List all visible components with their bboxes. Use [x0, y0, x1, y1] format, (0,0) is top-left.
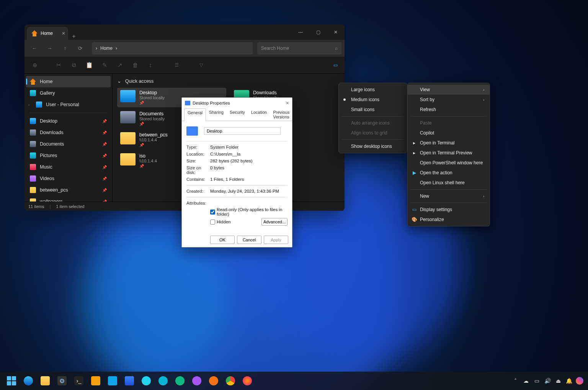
tray-copilot-icon[interactable] [575, 375, 584, 387]
taskbar-terminal[interactable]: ›_ [71, 373, 87, 388]
menu-medium-icons[interactable]: Medium icons [339, 95, 407, 105]
menu-auto-arrange[interactable]: Auto arrange icons [339, 118, 407, 128]
contains-value: 1 Files, 1 Folders [210, 177, 287, 182]
sidebar-item-downloads[interactable]: Downloads📌 [26, 127, 111, 138]
sidebar-item-pictures[interactable]: Pictures📌 [26, 150, 111, 161]
search-input[interactable]: Search Home ⌕ [257, 42, 341, 54]
close-tab-icon[interactable]: × [62, 30, 65, 36]
menu-large-icons[interactable]: Large icons [339, 85, 407, 95]
pin-icon: 📌 [102, 165, 107, 169]
chevron-right-icon: › [116, 46, 117, 51]
up-button[interactable]: ↑ [58, 42, 72, 54]
tray-notification-icon[interactable]: 🔔 [564, 375, 573, 387]
refresh-button[interactable]: ⟳ [74, 42, 87, 54]
hidden-checkbox[interactable] [210, 220, 215, 224]
filter-button[interactable]: ▽ [196, 58, 207, 72]
sort-button[interactable]: ↕ [143, 58, 158, 72]
paste-button[interactable]: 📋 [82, 58, 96, 72]
section-quick-access[interactable]: ⌄ Quick access [117, 77, 340, 88]
cut-button[interactable]: ✂ [51, 58, 66, 72]
folder-icon [120, 153, 136, 166]
explorer-tab[interactable]: Home × [27, 27, 68, 40]
rename-button[interactable]: ✎ [97, 58, 112, 72]
apply-button[interactable]: Apply [264, 236, 288, 244]
tray-volume-icon[interactable]: 🔊 [543, 375, 552, 387]
sidebar-item-wallpapers[interactable]: wallpapers📌 [26, 196, 111, 202]
taskbar-edge[interactable] [21, 373, 36, 388]
sidebar-item-user[interactable]: › User - Personal [26, 99, 111, 110]
menu-copilot[interactable]: Copilot [408, 128, 490, 138]
close-icon[interactable]: × [286, 100, 289, 106]
minimize-button[interactable]: — [292, 25, 309, 40]
menu-view[interactable]: View› [408, 85, 490, 95]
menu-refresh[interactable]: Refresh [408, 105, 490, 115]
tab-previous-versions[interactable]: Previous Versions [270, 108, 292, 121]
sidebar-item-music[interactable]: Music📌 [26, 161, 111, 173]
copy-button[interactable]: ⧉ [67, 58, 81, 72]
menu-paste[interactable]: Paste [408, 118, 490, 128]
tray-usb-icon[interactable]: ⏏ [554, 375, 563, 387]
menu-open-terminal[interactable]: ▸Open in Terminal [408, 138, 490, 148]
taskbar-app[interactable] [139, 373, 154, 388]
sidebar-item-videos[interactable]: Videos📌 [26, 173, 111, 184]
taskbar-app[interactable] [155, 373, 171, 388]
start-button[interactable] [4, 373, 19, 388]
new-tab-button[interactable]: + [68, 33, 80, 40]
tab-security[interactable]: Security [227, 108, 248, 121]
menu-open-action[interactable]: ▶Open the action [408, 168, 490, 178]
new-item-button[interactable]: ⊕ [28, 58, 42, 72]
details-button[interactable]: ▭ [330, 58, 341, 72]
taskbar-app[interactable] [105, 373, 120, 388]
menu-new[interactable]: New› [408, 191, 490, 201]
taskbar-explorer[interactable] [38, 373, 53, 388]
sidebar-item-gallery[interactable]: Gallery [26, 87, 111, 99]
status-items: 11 items [28, 204, 44, 209]
tray-chevron-up-icon[interactable]: ˄ [511, 375, 520, 387]
tab-general[interactable]: General [184, 108, 206, 121]
taskbar-chrome[interactable] [223, 373, 238, 388]
menu-open-linux-shell[interactable]: Open Linux shell here [408, 178, 490, 188]
menu-align-to-grid[interactable]: Align icons to grid [339, 128, 407, 138]
sidebar-item-between_pcs[interactable]: between_pcs📌 [26, 184, 111, 196]
address-bar[interactable]: › Home › [92, 42, 253, 54]
item-name: Documents [139, 111, 165, 116]
folder-name-input[interactable] [204, 127, 281, 135]
created-label: Created: [186, 189, 210, 193]
menu-sort-by[interactable]: Sort by› [408, 95, 490, 105]
taskbar-store[interactable] [122, 373, 137, 388]
taskbar-app[interactable] [88, 373, 103, 388]
sidebar-item-home[interactable]: Home [26, 76, 111, 87]
tray-display-icon[interactable]: ▭ [532, 375, 541, 387]
menu-open-powershell[interactable]: Open PowerShell window here [408, 158, 490, 168]
taskbar-app[interactable] [172, 373, 188, 388]
pin-icon: 📌 [139, 122, 165, 126]
pin-icon: 📌 [102, 188, 107, 192]
cancel-button[interactable]: Cancel [237, 236, 261, 244]
taskbar-settings[interactable]: ⚙ [54, 373, 70, 388]
sidebar-item-desktop[interactable]: Desktop📌 [26, 115, 111, 127]
sidebar-item-label: Music [40, 164, 52, 170]
ok-button[interactable]: OK [210, 236, 235, 244]
maximize-button[interactable]: ▢ [309, 25, 327, 40]
tab-sharing[interactable]: Sharing [206, 108, 227, 121]
delete-button[interactable]: 🗑 [128, 58, 142, 72]
menu-personalize[interactable]: 🎨Personalize [408, 215, 490, 224]
taskbar-firefox[interactable] [240, 373, 255, 388]
tab-location[interactable]: Location [248, 108, 270, 121]
tray-onedrive-icon[interactable]: ☁ [521, 375, 531, 387]
view-button[interactable]: ☰ [171, 58, 183, 72]
taskbar-app[interactable] [206, 373, 221, 388]
forward-button[interactable]: → [43, 42, 57, 54]
readonly-checkbox[interactable] [210, 210, 215, 215]
menu-display-settings[interactable]: ▭Display settings [408, 205, 490, 215]
menu-show-desktop-icons[interactable]: Show desktop icons [339, 141, 407, 151]
menu-small-icons[interactable]: Small icons [339, 105, 407, 115]
menu-open-terminal-preview[interactable]: ▸Open in Terminal Preview [408, 148, 490, 158]
section-label: Quick access [125, 79, 154, 84]
taskbar-app[interactable] [189, 373, 204, 388]
share-button[interactable]: ↗ [113, 58, 127, 72]
sidebar-item-documents[interactable]: Documents📌 [26, 138, 111, 150]
back-button[interactable]: ← [28, 42, 41, 54]
advanced-button[interactable]: Advanced... [261, 218, 287, 226]
close-window-button[interactable]: ✕ [327, 25, 345, 40]
